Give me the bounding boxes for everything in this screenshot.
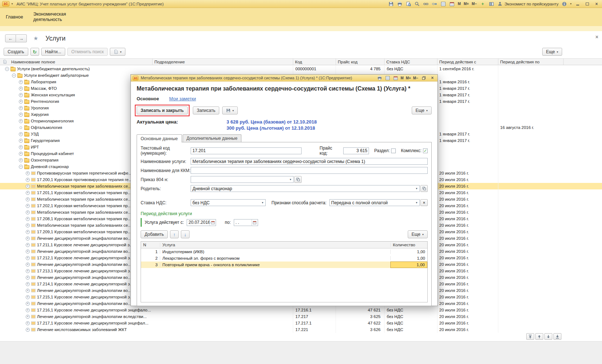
active-to-calendar-button[interactable] — [252, 219, 258, 226]
text-code-input[interactable]: 17.201 — [191, 147, 302, 154]
chevron-down-icon[interactable]: ▾ — [288, 178, 293, 181]
list-row[interactable]: −Услуги (внебюджетная деятельность)00000… — [0, 66, 602, 72]
list-more-button[interactable]: Еще▾ — [542, 48, 562, 56]
favorite-star-icon[interactable]: ★ — [33, 35, 38, 42]
nav-link-main[interactable]: Основное — [137, 96, 159, 101]
expand-icon[interactable]: + — [19, 80, 23, 84]
column-header-code[interactable]: Код — [293, 59, 336, 65]
order-804-open-button[interactable] — [294, 176, 302, 183]
column-header-period-from[interactable]: Период действия с — [437, 59, 498, 65]
items-header-row[interactable]: N Услуга Количество — [141, 242, 427, 248]
titlebar-chevron-icon[interactable]: ▾ — [570, 2, 572, 5]
dialog-close-button[interactable]: × — [429, 75, 436, 81]
items-column-quantity[interactable]: Количество — [390, 243, 427, 247]
current-user-button[interactable]: Экономист по прейскуранту — [497, 1, 559, 7]
expand-icon[interactable]: + — [26, 191, 30, 195]
service-item-row[interactable]: 3Повторный прием врача - онколога в поли… — [141, 262, 427, 268]
collapse-icon[interactable]: − — [12, 74, 16, 78]
scroll-down-button[interactable] — [544, 333, 552, 340]
go-link-icon[interactable] — [432, 1, 437, 7]
search-icon[interactable] — [414, 1, 420, 7]
calculator-icon[interactable] — [440, 1, 446, 7]
calendar-icon[interactable] — [449, 1, 455, 7]
move-down-button[interactable]: ↓ — [181, 230, 190, 238]
expand-icon[interactable]: + — [26, 269, 30, 273]
list-row[interactable]: +Лечение кислотозависимых заболеваний ЖК… — [0, 326, 602, 333]
dialog-calendar-icon[interactable] — [393, 75, 398, 81]
find-button[interactable]: Найти... — [41, 48, 65, 56]
add-window-icon[interactable]: + — [480, 1, 486, 7]
memory-recall-button[interactable]: M — [458, 2, 461, 6]
list-row[interactable]: +17.216,1 Курсовое лечение дисциркулятор… — [0, 307, 602, 313]
expand-icon[interactable]: + — [19, 139, 23, 143]
create-menu-button[interactable]: ▾ — [110, 48, 125, 56]
expand-icon[interactable]: + — [26, 321, 30, 325]
column-header-department[interactable]: Подразделение — [152, 59, 293, 65]
service-period-header[interactable]: Период действия услуги — [141, 211, 428, 216]
expand-icon[interactable]: + — [26, 256, 30, 260]
service-name-input[interactable]: Метаболическая терапия при заболеваниях … — [191, 158, 428, 165]
tab-main-data[interactable]: Основные данные — [137, 134, 182, 142]
chevron-down-icon[interactable]: ▾ — [260, 201, 265, 204]
active-from-calendar-button[interactable] — [209, 219, 216, 226]
back-button[interactable]: ← — [5, 34, 16, 42]
expand-icon[interactable]: + — [19, 158, 23, 162]
vat-rate-combo[interactable]: без НДС▾ — [191, 199, 266, 206]
expand-icon[interactable]: + — [26, 295, 30, 299]
move-up-button[interactable]: ↑ — [170, 230, 179, 238]
scroll-up-button[interactable] — [535, 333, 543, 340]
expand-icon[interactable]: + — [26, 178, 30, 182]
get-link-icon[interactable] — [423, 1, 429, 7]
expand-icon[interactable]: + — [26, 184, 30, 188]
expand-icon[interactable]: + — [26, 243, 30, 247]
service-item-row[interactable]: 1Индуктотермия (ИКВ)1,00 — [141, 248, 427, 255]
chevron-down-icon[interactable]: ▾ — [414, 201, 419, 204]
save-menu-button[interactable]: ▾ — [222, 106, 238, 114]
expand-icon[interactable]: + — [19, 145, 23, 149]
add-item-button[interactable]: Добавить — [141, 230, 168, 238]
expand-icon[interactable]: + — [26, 328, 30, 332]
column-header-period-to[interactable]: Период действия по — [498, 59, 563, 65]
expand-icon[interactable]: + — [26, 237, 30, 240]
expand-icon[interactable]: + — [19, 132, 23, 136]
maximize-button[interactable] — [584, 1, 590, 7]
expand-icon[interactable]: + — [26, 250, 30, 254]
expand-icon[interactable]: + — [26, 289, 30, 293]
dialog-memory-recall-button[interactable]: M — [400, 76, 403, 80]
section-checkbox[interactable] — [391, 148, 396, 153]
expand-icon[interactable]: + — [19, 87, 23, 91]
active-to-input[interactable]: . . — [234, 219, 258, 226]
expand-icon[interactable]: + — [26, 276, 30, 280]
expand-icon[interactable]: + — [19, 119, 23, 123]
expand-icon[interactable]: + — [26, 282, 30, 286]
minimize-button[interactable] — [574, 1, 581, 7]
section-tab-main[interactable]: Главное — [6, 14, 23, 20]
collapse-icon[interactable]: − — [19, 165, 23, 169]
close-window-button[interactable]: × — [593, 1, 600, 7]
scroll-to-bottom-button[interactable] — [553, 333, 561, 340]
calc-method-clear-button[interactable]: × — [420, 199, 428, 206]
collapse-icon[interactable]: − — [5, 67, 9, 71]
expand-icon[interactable]: + — [19, 106, 23, 110]
dialog-calculator-icon[interactable] — [385, 75, 390, 81]
dialog-print-icon[interactable] — [377, 75, 382, 81]
save-button[interactable]: Записать — [193, 106, 219, 114]
active-from-input[interactable]: 20.07.2016 — [187, 219, 216, 226]
expand-icon[interactable]: + — [26, 302, 30, 306]
forward-button[interactable]: → — [16, 34, 27, 42]
expand-icon[interactable]: + — [19, 152, 23, 156]
column-header-full-name[interactable]: Наименование полное — [9, 59, 152, 65]
items-column-n[interactable]: N — [141, 243, 160, 247]
save-and-close-button[interactable]: Записать и закрыть — [137, 106, 188, 114]
nav-link-my-notes[interactable]: Мои заметки — [169, 96, 196, 101]
save-icon[interactable] — [388, 1, 394, 7]
items-column-service[interactable]: Услуга — [160, 243, 390, 247]
print-icon[interactable] — [397, 1, 403, 7]
expand-icon[interactable]: + — [19, 113, 23, 117]
items-more-button[interactable]: Еще▾ — [408, 230, 428, 238]
expand-icon[interactable]: + — [26, 230, 30, 234]
info-icon[interactable] — [561, 1, 567, 7]
price-code-input[interactable]: 3 615 — [343, 147, 369, 154]
list-row[interactable]: +Лечение дисциркуляторной энцефалопатии … — [0, 313, 602, 320]
list-header-row[interactable]: Наименование полное Подразделение Код Пр… — [0, 58, 602, 65]
